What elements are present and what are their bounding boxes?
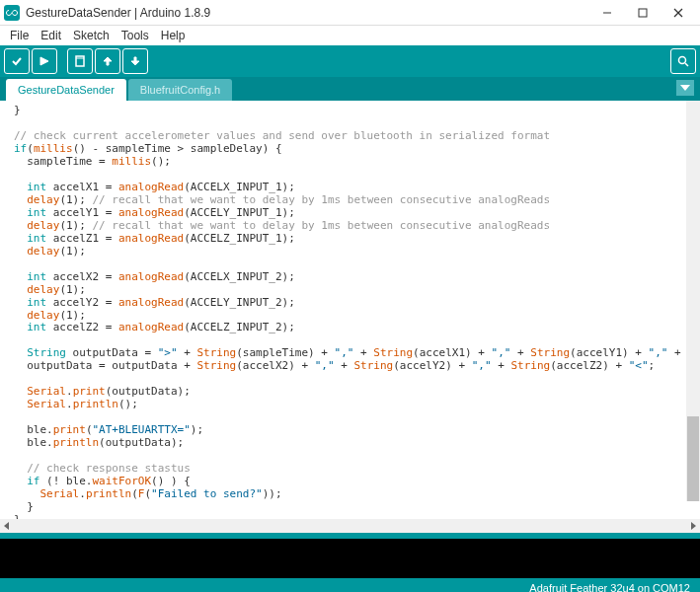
menu-help[interactable]: Help [155, 27, 192, 44]
scroll-right-icon[interactable] [686, 520, 700, 532]
menu-tools[interactable]: Tools [116, 27, 155, 44]
arduino-app-icon [4, 5, 20, 21]
save-button[interactable] [122, 48, 148, 74]
open-button[interactable] [95, 48, 120, 74]
new-button[interactable] [67, 48, 93, 74]
svg-marker-7 [104, 57, 112, 65]
menu-file[interactable]: File [4, 27, 35, 44]
svg-line-10 [685, 63, 688, 66]
verify-button[interactable] [4, 48, 30, 74]
tabbar: GestureDataSender BluefruitConfig.h [0, 77, 700, 101]
scrollbar-thumb[interactable] [687, 416, 699, 501]
maximize-button[interactable] [625, 2, 661, 24]
menu-sketch[interactable]: Sketch [67, 27, 116, 44]
tab-active[interactable]: GestureDataSender [6, 79, 126, 101]
code-editor[interactable]: } // check current accelerometer values … [0, 101, 700, 519]
svg-marker-4 [40, 57, 48, 65]
minimize-button[interactable] [589, 2, 625, 24]
console-output[interactable] [0, 539, 700, 578]
window-title: GestureDataSender | Arduino 1.8.9 [26, 6, 589, 20]
serial-monitor-button[interactable] [670, 48, 696, 74]
menu-edit[interactable]: Edit [35, 27, 67, 44]
svg-marker-13 [691, 522, 696, 530]
svg-point-9 [679, 57, 686, 64]
scroll-left-icon[interactable] [0, 520, 14, 532]
tab-inactive[interactable]: BluefruitConfig.h [128, 79, 232, 101]
titlebar: GestureDataSender | Arduino 1.8.9 [0, 0, 700, 26]
svg-marker-11 [680, 85, 690, 91]
svg-marker-12 [4, 522, 9, 530]
svg-rect-1 [639, 9, 647, 17]
tab-menu-button[interactable] [676, 80, 694, 96]
horizontal-scrollbar[interactable] [0, 519, 700, 533]
upload-button[interactable] [32, 48, 57, 74]
close-button[interactable] [661, 2, 696, 24]
menubar: File Edit Sketch Tools Help [0, 26, 700, 45]
svg-marker-8 [131, 57, 139, 65]
vertical-scrollbar[interactable] [686, 101, 700, 501]
statusbar: Adafruit Feather 32u4 on COM12 [0, 578, 700, 592]
toolbar [0, 45, 700, 77]
board-status: Adafruit Feather 32u4 on COM12 [529, 582, 690, 592]
